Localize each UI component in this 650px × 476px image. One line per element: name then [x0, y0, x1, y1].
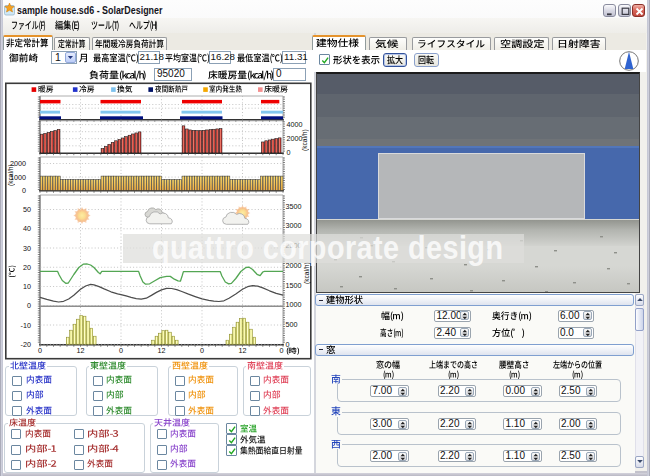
svg-text:500: 500	[286, 320, 298, 329]
svg-text:0: 0	[280, 346, 284, 355]
svg-text:0: 0	[200, 346, 204, 355]
svg-text:30: 30	[23, 244, 31, 253]
svg-text:3500: 3500	[286, 202, 302, 211]
svg-text:0: 0	[22, 186, 26, 195]
svg-text:12: 12	[158, 346, 166, 355]
svg-text:0: 0	[287, 148, 291, 157]
svg-text:12: 12	[239, 346, 247, 355]
svg-text:0: 0	[119, 346, 123, 355]
svg-text:50: 50	[23, 205, 31, 214]
svg-text:40: 40	[23, 224, 31, 233]
svg-text:20: 20	[23, 263, 31, 272]
svg-text:10: 10	[23, 282, 31, 291]
svg-text:0: 0	[27, 301, 31, 310]
svg-text:1000: 1000	[286, 300, 302, 309]
svg-text:12: 12	[77, 346, 85, 355]
svg-text:-20: -20	[21, 340, 31, 349]
svg-text:1500: 1500	[286, 281, 302, 290]
svg-text:0: 0	[38, 346, 42, 355]
svg-text:-10: -10	[21, 321, 31, 330]
